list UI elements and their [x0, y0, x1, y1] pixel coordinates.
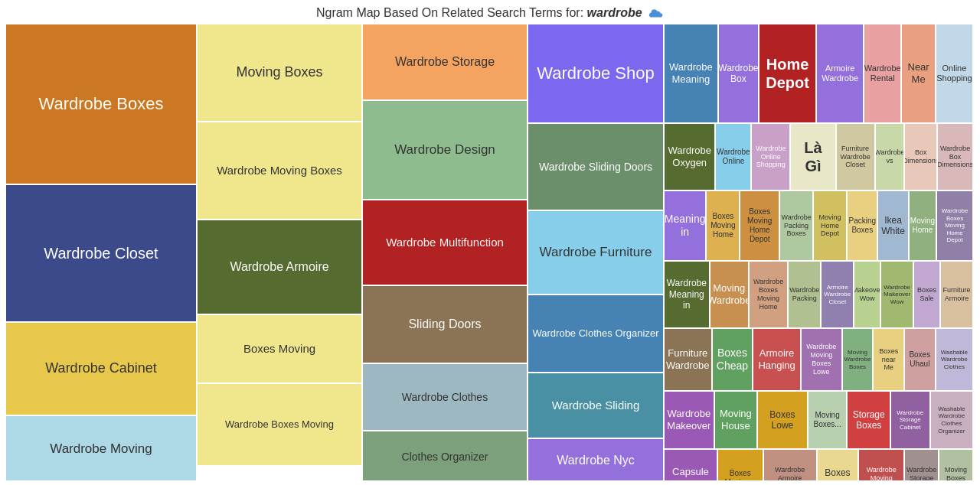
wardrobe-packing-boxes-cell[interactable]: Wardrobe Packing Boxes	[780, 191, 812, 260]
wardrobe-moving-boxes-lowe-cell[interactable]: Wardrobe Moving Boxes Lowe	[802, 329, 841, 390]
wardrobe-design-cell[interactable]: Wardrobe Design	[363, 101, 527, 199]
wardrobe-rental-cell[interactable]: Wardrobe Rental	[864, 24, 900, 122]
moving-boxes-dots-cell[interactable]: Moving Boxes...	[808, 392, 847, 448]
armoire-hanging-cell[interactable]: Armoire Hanging	[753, 329, 800, 390]
boxes-sale-cell[interactable]: Boxes Sale	[914, 262, 939, 327]
moving-boxes-bar-cell[interactable]: Moving Boxes Bar	[939, 450, 972, 480]
wardrobe-meaning-cell[interactable]: Wardrobe Meaning	[665, 24, 717, 122]
col-3: Wardrobe Storage Wardrobe Design Wardrob…	[363, 24, 527, 480]
wardrobe-multifunction-cell[interactable]: Wardrobe Multifunction	[363, 200, 527, 285]
wardrobe-online-shopping-cell[interactable]: Wardrobe Online Shopping	[752, 124, 789, 190]
title-prefix: Ngram Map Based On Related Search Terms …	[316, 6, 583, 19]
wardrobe-clothes-cell[interactable]: Wardrobe Clothes	[363, 364, 527, 430]
cloud-icon	[648, 8, 664, 19]
armoire-wardrobe-cell[interactable]: Armoire Wardrobe	[817, 24, 863, 122]
home-depot-cell[interactable]: Home Depot	[760, 24, 815, 122]
wardrobe-boxes-moving-cell[interactable]: Wardrobe Boxes Moving	[198, 384, 361, 465]
sliding-doors-cell[interactable]: Sliding Doors	[363, 286, 527, 363]
wardrobe-box-dimensions-cell[interactable]: Wardrobe Box Dimensions	[938, 124, 972, 190]
title-keyword: wardrobe	[587, 6, 642, 19]
wardrobe-makeover-wow-cell[interactable]: Wardrobe Makeover Wow	[881, 262, 913, 327]
moving-home-depot-cell[interactable]: Moving Home Depot	[814, 191, 846, 260]
makeover-wow-cell[interactable]: Makeover Wow	[854, 262, 880, 327]
moving-wardrobe-cell[interactable]: Moving Wardrobe	[710, 262, 748, 327]
col-1: Wardrobe Boxes Wardrobe Closet Wardrobe …	[6, 24, 196, 480]
la-gi-cell[interactable]: Là Gì	[791, 124, 835, 190]
near-me-cell[interactable]: Near Me	[902, 24, 935, 122]
boxes-moving-dots-cell[interactable]: Boxes Moving...	[718, 450, 763, 480]
wardrobe-meaning-in-cell[interactable]: WardrobeMeaningin	[665, 262, 709, 327]
wardrobe-packing-cell[interactable]: Wardrobe Packing	[789, 262, 820, 327]
wardrobe-box-cell[interactable]: Wardrobe Box	[719, 24, 758, 122]
wardrobe-sliding-cell[interactable]: Wardrobe Sliding	[528, 373, 663, 438]
box-dimensions-cell[interactable]: Box Dimensions	[905, 124, 936, 190]
wardrobe-moving-cell[interactable]: Wardrobe Moving	[6, 416, 196, 480]
moving-wardrobe-boxes-cell[interactable]: Moving Wardrobe Boxes	[843, 329, 873, 390]
washable-wardrobe-clothes-organizer-cell[interactable]: Washable Wardrobe Clothes Organizer	[931, 392, 972, 448]
wardrobe-moving-boxes-cell[interactable]: Wardrobe Moving Boxes	[198, 122, 361, 219]
furniture-wardrobe-cell[interactable]: Furniture Wardrobe	[665, 329, 711, 390]
storage-boxes-cell[interactable]: Storage Boxes	[848, 392, 889, 448]
wardrobe-makeover-cell[interactable]: Wardrobe Makeover	[665, 392, 714, 448]
boxes-near-cell[interactable]: Boxes near	[818, 450, 858, 480]
wardrobe-boxes-cell[interactable]: Wardrobe Boxes	[6, 24, 196, 184]
wardrobe-storage-boxes-cell[interactable]: Wardrobe Storage Boxes	[905, 450, 938, 480]
wardrobe-sliding-doors-cell[interactable]: Wardrobe Sliding Doors	[528, 124, 663, 210]
wardrobe-closet-cell[interactable]: Wardrobe Closet	[6, 185, 196, 321]
wardrobe-furniture-cell[interactable]: Wardrobe Furniture	[528, 211, 663, 294]
col-2: Moving Boxes Wardrobe Moving Boxes Wardr…	[198, 24, 361, 480]
wardrobe-nyc-cell[interactable]: Wardrobe Nyc	[528, 439, 663, 480]
wardrobe-cabinet-cell[interactable]: Wardrobe Cabinet	[6, 323, 196, 415]
wardrobe-clothes-organizer-cell[interactable]: Wardrobe Clothes Organizer	[528, 295, 663, 372]
boxes-moving-home-depot-cell[interactable]: Boxes Moving Home Depot	[740, 191, 779, 260]
boxes-moving-cell[interactable]: Boxes Moving	[198, 315, 361, 382]
col-5: Wardrobe Meaning Wardrobe Box Home Depot…	[665, 24, 972, 480]
meaning-in-cell[interactable]: Meaningin	[665, 191, 705, 260]
capsule-wardrobe-cell[interactable]: Capsule Wardrobe	[665, 450, 717, 480]
online-shopping-cell[interactable]: Online Shopping	[936, 24, 972, 122]
armoire-wardrobe-closet-cell[interactable]: Armoire Wardrobe Closet	[822, 262, 853, 327]
boxes-uhaul-cell[interactable]: Boxes Uhaul	[905, 329, 935, 390]
wardrobe-moving-boxes-bar-cell[interactable]: Wardrobe Moving Boxes Bar	[859, 450, 903, 480]
wardrobe-boxes-moving-home-depot-cell[interactable]: Wardrobe Boxes Moving Home Depot	[937, 191, 972, 260]
moving-home-cell[interactable]: Moving Home	[910, 191, 936, 260]
wardrobe-armoire-hanging-cell[interactable]: Wardrobe Armoire Hanging	[764, 450, 816, 480]
boxes-cheap-cell[interactable]: Boxes Cheap	[713, 329, 753, 390]
packing-boxes-cell[interactable]: Packing Boxes	[848, 191, 877, 260]
wardrobe-oxygen-cell[interactable]: Wardrobe Oxygen	[665, 124, 714, 190]
wardrobe-shop-cell[interactable]: Wardrobe Shop	[528, 24, 663, 122]
moving-boxes-cell[interactable]: Moving Boxes	[198, 24, 361, 121]
wardrobe-armoire-cell[interactable]: Wardrobe Armoire	[198, 220, 361, 314]
wardrobe-storage-cell[interactable]: Wardrobe Storage	[363, 24, 527, 99]
wardrobe-storage-cabinet-cell[interactable]: Wardrobe Storage Cabinet	[891, 392, 929, 448]
furniture-wardrobe-closet-cell[interactable]: Furniture Wardrobe Closet	[837, 124, 874, 190]
boxes-near-me-cell[interactable]: Boxes near Me	[874, 329, 903, 390]
boxes-moving-home-cell[interactable]: Boxes Moving Home	[707, 191, 739, 260]
clothes-organizer-cell[interactable]: Clothes Organizer	[363, 431, 527, 480]
furniture-armoire-cell[interactable]: Furniture Armoire	[941, 262, 972, 327]
wardrobe-online-cell[interactable]: Wardrobe Online	[716, 124, 750, 190]
moving-house-cell[interactable]: Moving House	[715, 392, 756, 448]
wardrobe-vs-cell[interactable]: Wardrobe vs	[876, 124, 904, 190]
chart-container: Ngram Map Based On Related Search Terms …	[0, 0, 980, 485]
wardrobe-boxes-moving-home-cell[interactable]: Wardrobe Boxes Moving Home	[750, 262, 787, 327]
ikea-white-cell[interactable]: Ikea White	[878, 191, 907, 260]
chart-title: Ngram Map Based On Related Search Terms …	[6, 6, 974, 20]
washable-wardrobe-clothes-cell[interactable]: Washable Wardrobe Clothes	[936, 329, 972, 390]
boxes-lowe-cell[interactable]: Boxes Lowe	[758, 392, 807, 448]
col-4: Wardrobe Shop Wardrobe Sliding Doors War…	[528, 24, 663, 480]
